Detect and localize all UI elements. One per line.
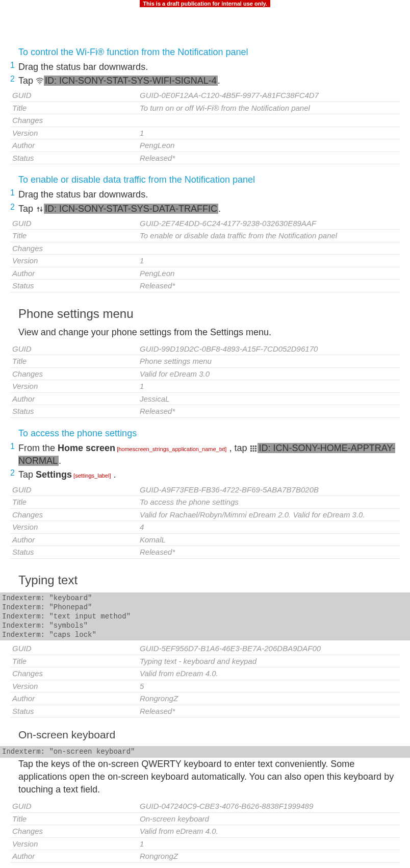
meta-label: GUID <box>10 484 138 496</box>
svg-rect-7 <box>250 450 252 452</box>
meta-value: 1 <box>138 255 400 267</box>
step-text: Drag the status bar downwards. <box>18 61 148 73</box>
meta-label: Title <box>10 812 138 825</box>
step-number: 2 <box>10 75 18 87</box>
heading-data-traffic: To enable or disable data traffic from t… <box>18 175 400 185</box>
meta-value: Phone settings menu <box>138 355 400 368</box>
meta-label: Version <box>10 680 138 692</box>
meta-label: Status <box>10 152 138 164</box>
step-text: Tap ID: ICN-SONY-STAT-SYS-DATA-TRAFFIC. <box>18 203 221 215</box>
meta-value: RongrongZ <box>138 850 400 863</box>
meta-value: 5 <box>138 680 400 692</box>
meta-value: Released* <box>138 152 400 164</box>
text-fragment: Tap <box>18 76 36 86</box>
step-number: 2 <box>10 203 18 215</box>
meta-label: Title <box>10 355 138 368</box>
svg-rect-9 <box>255 450 257 452</box>
description: View and change your phone settings from… <box>18 326 400 339</box>
meta-value: 1 <box>138 837 400 850</box>
meta-value: Released* <box>138 280 400 292</box>
svg-rect-6 <box>255 448 257 450</box>
meta-label: Changes <box>10 825 138 838</box>
meta-table: GUIDGUID-5EF956D7-B1A6-46E3-BE7A-206DBA9… <box>10 642 400 717</box>
meta-label: GUID <box>10 642 138 655</box>
meta-value: GUID-99D19D2C-0BF8-4893-A15F-7CD052D9617… <box>138 343 400 355</box>
meta-value: 1 <box>138 127 400 139</box>
indexterm-block: Indexterm: "keyboard" Indexterm: "Phonep… <box>0 592 410 641</box>
meta-label: Changes <box>10 667 138 680</box>
meta-label: Changes <box>10 367 138 380</box>
meta-value: Typing text - keyboard and keypad <box>138 655 400 667</box>
meta-table: GUIDGUID-2E74E4DD-6C24-4177-9238-032630E… <box>10 217 400 292</box>
text-fragment: . <box>218 204 221 214</box>
meta-value: On-screen keyboard <box>138 812 400 825</box>
step-text: Tap Settings [settings_label] . <box>18 468 116 481</box>
meta-value: Released* <box>138 705 400 717</box>
step-row: 2 Tap Settings [settings_label] . <box>10 468 400 481</box>
step-row: 1 Drag the status bar downwards. <box>10 188 400 201</box>
meta-value: To enable or disable data traffic from t… <box>138 230 400 242</box>
meta-label: Status <box>10 546 138 559</box>
text-fragment: . <box>59 456 61 466</box>
meta-label: Version <box>10 127 138 139</box>
draft-banner: This is a draft publication for internal… <box>140 0 270 7</box>
meta-table: GUIDGUID-0E0F12AA-C120-4B5F-9977-A81FC38… <box>10 89 400 164</box>
meta-label: GUID <box>10 343 138 355</box>
step-number: 2 <box>10 468 18 481</box>
meta-label: Changes <box>10 114 138 127</box>
text-fragment: Tap <box>18 469 36 480</box>
meta-label: Version <box>10 255 138 267</box>
meta-value: PengLeon <box>138 267 400 280</box>
meta-label: Version <box>10 380 138 393</box>
wifi-icon <box>36 78 44 85</box>
step-row: 1 Drag the status bar downwards. <box>10 61 400 73</box>
step-text: Tap ID: ICN-SONY-STAT-SYS-WIFI-SIGNAL-4. <box>18 75 220 87</box>
text-fragment: . <box>111 469 116 480</box>
step-number: 1 <box>10 188 18 201</box>
svg-rect-3 <box>255 445 257 447</box>
svg-rect-4 <box>250 448 252 450</box>
meta-value: Valid for eDream 3.0 <box>138 367 400 380</box>
apptray-icon <box>249 445 258 452</box>
meta-value <box>138 242 400 255</box>
step-row: 1 From the Home screen [homescreen_strin… <box>10 442 400 467</box>
step-text: From the Home screen [homescreen_strings… <box>18 442 400 467</box>
svg-rect-5 <box>253 448 254 450</box>
heading-typing-text: Typing text <box>18 573 400 587</box>
meta-label: Author <box>10 139 138 152</box>
meta-value: Valid from eDream 4.0. <box>138 825 400 838</box>
svg-point-0 <box>39 83 40 84</box>
svg-rect-8 <box>253 450 254 452</box>
bold-text: Home screen <box>58 443 115 453</box>
meta-label: Title <box>10 496 138 509</box>
step-number: 1 <box>10 442 18 467</box>
svg-rect-1 <box>250 445 252 447</box>
meta-value: GUID-2E74E4DD-6C24-4177-9238-032630E89AA… <box>138 217 400 230</box>
step-row: 2 Tap ID: ICN-SONY-STAT-SYS-WIFI-SIGNAL-… <box>10 75 400 87</box>
heading-phone-settings: Phone settings menu <box>18 307 400 321</box>
meta-label: Author <box>10 267 138 280</box>
meta-label: Status <box>10 280 138 292</box>
meta-value: To access the phone settings <box>138 496 400 509</box>
meta-label: Title <box>10 655 138 667</box>
meta-label: GUID <box>10 800 138 812</box>
meta-label: Version <box>10 837 138 850</box>
meta-label: Version <box>10 521 138 534</box>
step-number: 1 <box>10 61 18 73</box>
icon-id-ref: ID: ICN-SONY-STAT-SYS-DATA-TRAFFIC <box>44 204 218 214</box>
bold-text: Settings <box>36 469 72 480</box>
heading-wifi-control: To control the Wi-Fi® function from the … <box>18 47 400 58</box>
meta-value: To turn on or off Wi-Fi® from the Notifi… <box>138 102 400 114</box>
heading-onscreen-keyboard: On-screen keyboard <box>18 729 400 741</box>
step-text: Drag the status bar downwards. <box>18 188 148 201</box>
meta-label: Changes <box>10 242 138 255</box>
meta-table: GUIDGUID-047240C9-CBE3-4076-B626-8838F19… <box>10 800 400 863</box>
meta-value <box>138 114 400 127</box>
meta-value: Released* <box>138 546 400 559</box>
text-fragment: . <box>218 76 220 86</box>
meta-label: Status <box>10 405 138 418</box>
meta-label: Author <box>10 692 138 705</box>
meta-label: Title <box>10 230 138 242</box>
meta-label: Status <box>10 705 138 717</box>
meta-label: Title <box>10 102 138 114</box>
